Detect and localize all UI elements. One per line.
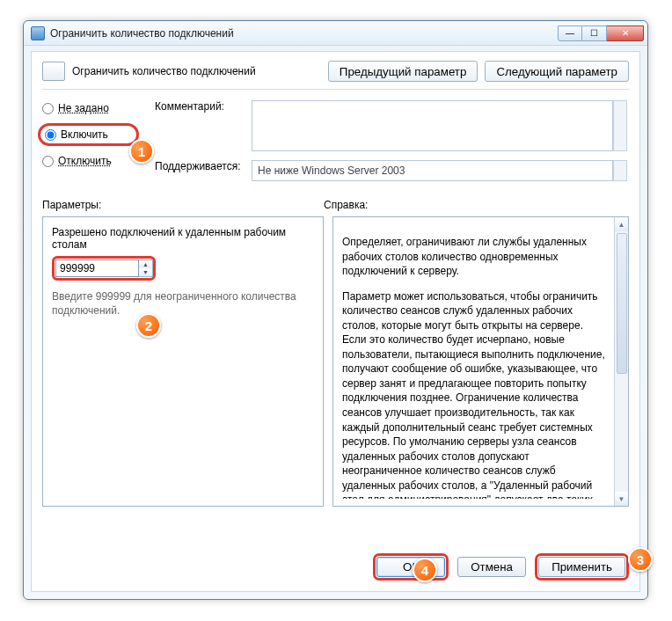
radio-disabled[interactable]: Отключить [42, 155, 139, 167]
callout-4: 4 [413, 558, 437, 582]
window-title: Ограничить количество подключений [50, 27, 558, 40]
apply-button[interactable]: Применить [538, 557, 625, 577]
policy-icon [42, 62, 65, 81]
state-area: Не задано Включить Отключить Комментарий… [32, 90, 639, 186]
titlebar[interactable]: Ограничить количество подключений — ☐ ✕ [24, 21, 647, 46]
cancel-button[interactable]: Отмена [457, 557, 526, 577]
param-hint: Введите 999999 для неограниченного колич… [52, 289, 314, 318]
scroll-up-icon[interactable]: ▲ [615, 217, 628, 231]
help-panel: Определяет, ограничивают ли службы удале… [332, 216, 629, 507]
minimize-button[interactable]: — [558, 26, 582, 41]
radio-disabled-input[interactable] [42, 156, 54, 167]
supported-box: Не ниже Windows Server 2003 [252, 160, 613, 181]
prev-setting-button[interactable]: Предыдущий параметр [328, 61, 478, 82]
app-icon [31, 26, 45, 40]
header: Ограничить количество подключений Предыд… [32, 52, 639, 89]
spinner-up-icon[interactable]: ▲ [139, 260, 152, 268]
state-radios: Не задано Включить Отключить [42, 100, 139, 181]
callout-3: 3 [628, 547, 653, 572]
ok-highlight: ОК [373, 553, 449, 581]
comment-box[interactable] [252, 100, 613, 151]
callout-1: 1 [129, 139, 154, 164]
params-heading: Параметры: [42, 199, 324, 211]
params-panel: Разрешено подключений к удаленным рабочи… [42, 216, 324, 507]
scroll-down-icon[interactable]: ▼ [615, 492, 628, 506]
spinner[interactable]: ▲ ▼ [139, 259, 153, 277]
radio-not-configured-input[interactable] [42, 103, 54, 114]
policy-title: Ограничить количество подключений [72, 65, 321, 77]
fields: Комментарий: Поддерживается: Не ниже Win… [155, 100, 629, 181]
footer: ОК Отмена Применить [32, 543, 639, 591]
comment-label: Комментарий: [155, 100, 252, 113]
dialog-window: Ограничить количество подключений — ☐ ✕ … [23, 20, 648, 600]
close-button[interactable]: ✕ [607, 26, 644, 41]
scroll-thumb[interactable] [617, 233, 627, 374]
callout-2: 2 [136, 313, 161, 338]
radio-not-configured[interactable]: Не задано [42, 102, 139, 114]
spinner-down-icon[interactable]: ▼ [139, 268, 152, 276]
help-heading: Справка: [324, 199, 368, 211]
radio-enabled-label: Включить [61, 128, 108, 141]
window-controls: — ☐ ✕ [558, 26, 644, 41]
section-labels: Параметры: Справка: [32, 186, 639, 216]
maximize-button[interactable]: ☐ [582, 26, 607, 41]
help-p1: Определяет, ограничивают ли службы удале… [342, 235, 609, 279]
help-p2: Параметр может использоваться, чтобы огр… [342, 289, 609, 499]
param-value-highlight: ▲ ▼ [52, 256, 156, 281]
panels: Разрешено подключений к удаленным рабочи… [32, 216, 639, 507]
radio-enabled-highlight: Включить [38, 123, 139, 146]
supported-scrollbar[interactable] [613, 160, 627, 181]
apply-highlight: Применить [535, 553, 629, 581]
help-scrollbar[interactable]: ▲ ▼ [614, 217, 628, 506]
radio-not-configured-label: Не задано [58, 102, 109, 114]
next-setting-button[interactable]: Следующий параметр [485, 61, 629, 82]
radio-disabled-label: Отключить [58, 155, 112, 167]
connections-input[interactable] [55, 259, 139, 277]
help-text: Определяет, ограничивают ли службы удале… [342, 224, 609, 499]
comment-scrollbar[interactable] [613, 100, 627, 151]
radio-enabled-input[interactable] [45, 129, 56, 141]
param-label: Разрешено подключений к удаленным рабочи… [52, 226, 314, 251]
client-area: Ограничить количество подключений Предыд… [31, 51, 640, 592]
supported-label: Поддерживается: [155, 160, 252, 172]
